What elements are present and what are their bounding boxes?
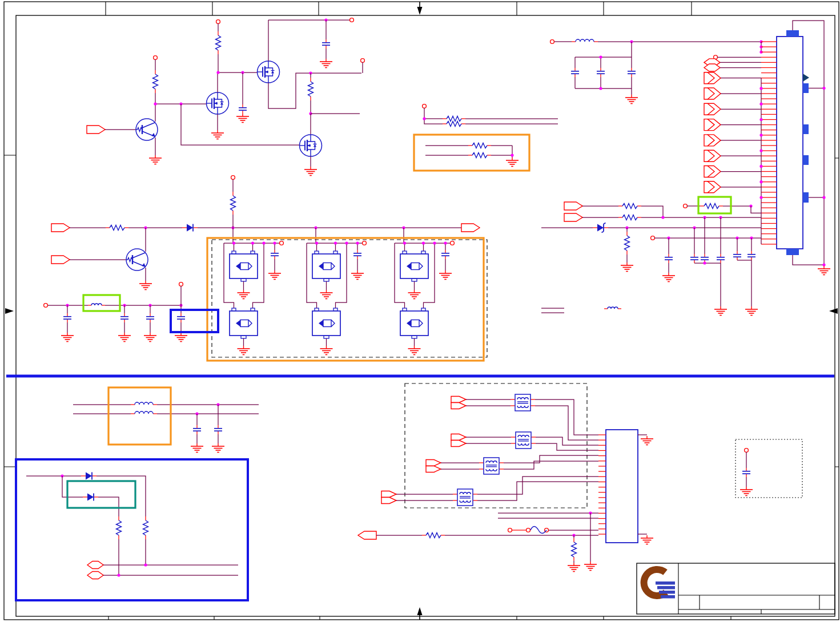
junction-dot xyxy=(511,154,513,156)
junction-dot xyxy=(759,103,762,106)
bypass-capacitors xyxy=(61,305,187,342)
junction-dot xyxy=(216,71,219,74)
connector-tab xyxy=(803,192,809,203)
module-column xyxy=(224,228,283,355)
company-logo-icon xyxy=(644,570,675,599)
filter-rail-circuit xyxy=(44,282,218,342)
terminal-circle xyxy=(216,20,220,24)
connector-body xyxy=(777,37,803,249)
polarity-mark-icon xyxy=(803,74,809,82)
ground-symbol xyxy=(211,130,224,139)
double-port xyxy=(451,434,466,447)
highlight-box-teal xyxy=(67,481,135,508)
capacitor xyxy=(193,425,201,434)
junction-dot xyxy=(759,196,762,199)
chevron-port xyxy=(704,88,721,99)
bjt-transistor xyxy=(136,119,158,140)
double-port xyxy=(426,460,441,472)
resistor xyxy=(443,116,465,122)
protection-circuit xyxy=(16,459,248,600)
resistor xyxy=(468,143,491,148)
terminal-circle xyxy=(684,204,688,208)
diode xyxy=(81,472,97,480)
resistor xyxy=(700,204,723,209)
highlight-box-orange xyxy=(108,387,171,445)
decoupling-capacitors xyxy=(571,55,638,103)
connector-body xyxy=(606,430,638,543)
resistor xyxy=(143,516,148,539)
ground-symbol xyxy=(818,266,830,275)
resistor xyxy=(106,225,128,231)
gate-driver-circuit xyxy=(87,18,364,176)
mosfet xyxy=(207,92,229,114)
terminal-circle xyxy=(651,236,655,240)
ground-symbol xyxy=(662,273,675,282)
capacitor xyxy=(214,425,222,434)
resistor xyxy=(618,204,641,209)
filter-group-dashed-box xyxy=(405,383,587,508)
highlight-box-blue xyxy=(171,310,218,332)
terminal-circle xyxy=(361,59,365,63)
junction-dot xyxy=(759,87,762,90)
frame-center-arrow-right xyxy=(829,308,838,314)
resistor xyxy=(468,153,491,158)
double-port xyxy=(381,491,396,504)
title-block xyxy=(637,563,835,614)
terminal-circle xyxy=(350,18,354,22)
main-connector xyxy=(761,21,830,275)
connector-tab xyxy=(803,124,809,134)
highlight-box-green xyxy=(83,295,120,311)
ground-symbol xyxy=(236,114,249,123)
resistor xyxy=(116,516,122,539)
highlight-box-green xyxy=(698,197,731,213)
terminal-circle xyxy=(44,304,48,308)
chevron-port xyxy=(704,166,721,177)
frame-center-arrow-top xyxy=(417,2,423,15)
resistor xyxy=(572,538,577,561)
ground-symbol xyxy=(714,306,727,316)
ground-symbol xyxy=(506,157,519,167)
jumper xyxy=(508,527,598,534)
terminal-circle xyxy=(231,176,235,180)
connector-tab xyxy=(803,83,809,93)
connector-tab xyxy=(803,155,809,165)
inductor xyxy=(572,39,598,42)
module-column xyxy=(307,228,366,355)
ground-symbol xyxy=(641,535,653,544)
ground-symbol xyxy=(641,436,653,445)
ground-symbol xyxy=(584,562,597,571)
diamond-port xyxy=(87,562,103,569)
chevron-port xyxy=(704,72,721,84)
input-port xyxy=(564,202,582,210)
inductor xyxy=(131,411,157,414)
diode xyxy=(182,224,198,232)
capacitor-cluster xyxy=(690,217,758,316)
junction-dot xyxy=(759,180,762,183)
capacitor xyxy=(742,468,750,477)
junction-dot xyxy=(822,196,825,199)
resistor xyxy=(216,31,221,54)
terminal-circle xyxy=(154,56,158,60)
chevron-port xyxy=(704,119,721,131)
connector-tab xyxy=(786,30,799,37)
bjt-transistor xyxy=(126,249,148,270)
resistor xyxy=(308,78,314,100)
resistor xyxy=(153,70,158,93)
module-column xyxy=(395,228,454,355)
termination-resistor-network xyxy=(414,104,558,171)
ground-symbol xyxy=(745,306,758,316)
diamond-port xyxy=(87,572,103,579)
terminal-circle xyxy=(745,449,749,453)
ground-symbol xyxy=(139,281,152,290)
chevron-port xyxy=(704,135,721,146)
input-port xyxy=(87,126,105,134)
schematic-page xyxy=(0,0,840,622)
resistor xyxy=(625,232,630,255)
output-port-left xyxy=(358,531,376,539)
terminal-circle xyxy=(550,40,554,44)
capacitor xyxy=(665,254,673,263)
mosfet xyxy=(300,135,322,156)
capacitor xyxy=(239,104,247,114)
input-port xyxy=(51,256,70,264)
ground-symbol xyxy=(320,59,332,68)
